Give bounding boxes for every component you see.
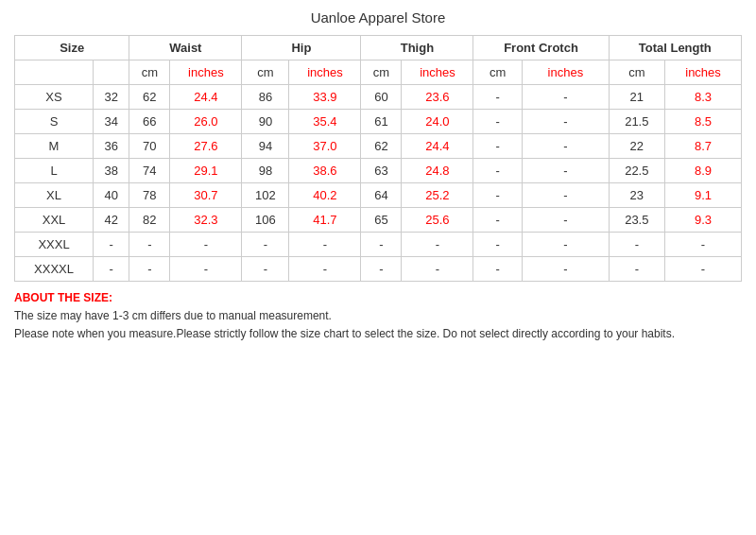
size-header: Size [15, 36, 129, 60]
waist-cm-header: cm [129, 60, 170, 85]
table-cell: 33.9 [289, 85, 361, 110]
table-cell: 38 [94, 159, 129, 183]
table-cell: 21.5 [609, 110, 665, 134]
table-cell: 29.1 [170, 159, 242, 183]
table-cell: 62 [129, 85, 170, 110]
table-cell: 63 [361, 159, 402, 183]
table-cell: - [473, 233, 523, 257]
table-cell: 8.5 [665, 110, 742, 134]
table-cell: - [361, 233, 402, 257]
table-cell: 32 [94, 85, 129, 110]
table-cell: S [15, 110, 94, 134]
table-cell: - [609, 257, 665, 282]
hip-inches-header: inches [289, 60, 361, 85]
table-cell: - [523, 134, 609, 159]
table-cell: XXXXL [15, 257, 94, 282]
note-line-2: Please note when you measure.Please stri… [14, 327, 675, 340]
table-cell: - [242, 233, 289, 257]
table-cell: - [402, 233, 473, 257]
tl-inches-header: inches [665, 60, 742, 85]
table-cell: 94 [242, 134, 289, 159]
table-cell: L [15, 159, 94, 183]
thigh-inches-header: inches [402, 60, 473, 85]
table-cell: 65 [361, 208, 402, 233]
table-cell: 90 [242, 110, 289, 134]
table-row: XS326224.48633.96023.6--218.3 [15, 85, 742, 110]
table-cell: 8.7 [665, 134, 742, 159]
table-cell: - [523, 183, 609, 208]
table-cell: - [473, 134, 523, 159]
table-cell: - [94, 233, 129, 257]
table-cell: 61 [361, 110, 402, 134]
table-cell: 98 [242, 159, 289, 183]
table-cell: - [665, 257, 742, 282]
table-cell: 62 [361, 134, 402, 159]
table-cell: 24.4 [170, 85, 242, 110]
table-cell: 74 [129, 159, 170, 183]
table-cell: - [242, 257, 289, 282]
table-cell: 40 [94, 183, 129, 208]
table-cell: - [473, 159, 523, 183]
table-cell: - [129, 257, 170, 282]
table-cell: - [523, 208, 609, 233]
table-cell: - [473, 183, 523, 208]
table-cell: - [473, 110, 523, 134]
table-cell: 42 [94, 208, 129, 233]
about-label: ABOUT THE SIZE: [14, 291, 112, 304]
table-row: XXXXL----------- [15, 257, 742, 282]
about-size-section: ABOUT THE SIZE: The size may have 1-3 cm… [14, 289, 742, 344]
table-cell: - [609, 233, 665, 257]
table-cell: 24.0 [402, 110, 473, 134]
table-cell: 32.3 [170, 208, 242, 233]
table-cell: - [523, 159, 609, 183]
table-row: S346626.09035.46124.0--21.58.5 [15, 110, 742, 134]
store-title: Uanloe Apparel Store [14, 9, 742, 26]
thigh-cm-header: cm [361, 60, 402, 85]
table-cell: 106 [242, 208, 289, 233]
table-cell: 25.2 [402, 183, 473, 208]
total-length-header: Total Length [609, 36, 741, 60]
table-cell: - [523, 85, 609, 110]
table-cell: 23.6 [402, 85, 473, 110]
table-cell: 82 [129, 208, 170, 233]
table-row: M367027.69437.06224.4--228.7 [15, 134, 742, 159]
table-cell: 26.0 [170, 110, 242, 134]
table-cell: - [289, 257, 361, 282]
table-cell: 22.5 [609, 159, 665, 183]
table-cell: 8.3 [665, 85, 742, 110]
table-cell: 21 [609, 85, 665, 110]
table-cell: 9.3 [665, 208, 742, 233]
table-cell: 70 [129, 134, 170, 159]
table-cell: 78 [129, 183, 170, 208]
table-cell: - [523, 233, 609, 257]
table-cell: 40.2 [289, 183, 361, 208]
size-col1 [15, 60, 94, 85]
table-cell: 86 [242, 85, 289, 110]
table-cell: 27.6 [170, 134, 242, 159]
front-crotch-header: Front Crotch [473, 36, 609, 60]
table-cell: 102 [242, 183, 289, 208]
table-row: XXXL----------- [15, 233, 742, 257]
table-cell: 23 [609, 183, 665, 208]
hip-cm-header: cm [242, 60, 289, 85]
tl-cm-header: cm [609, 60, 665, 85]
table-cell: M [15, 134, 94, 159]
table-cell: - [170, 233, 242, 257]
size-col2 [94, 60, 129, 85]
table-cell: - [289, 233, 361, 257]
table-cell: XL [15, 183, 94, 208]
table-cell: 38.6 [289, 159, 361, 183]
waist-inches-header: inches [170, 60, 242, 85]
table-cell: - [473, 208, 523, 233]
table-cell: 66 [129, 110, 170, 134]
table-cell: 25.6 [402, 208, 473, 233]
table-cell: 24.4 [402, 134, 473, 159]
table-cell: - [665, 233, 742, 257]
table-cell: 9.1 [665, 183, 742, 208]
thigh-header: Thigh [361, 36, 473, 60]
table-cell: XXL [15, 208, 94, 233]
table-cell: 24.8 [402, 159, 473, 183]
table-cell: 34 [94, 110, 129, 134]
waist-header: Waist [129, 36, 242, 60]
table-cell: - [523, 257, 609, 282]
